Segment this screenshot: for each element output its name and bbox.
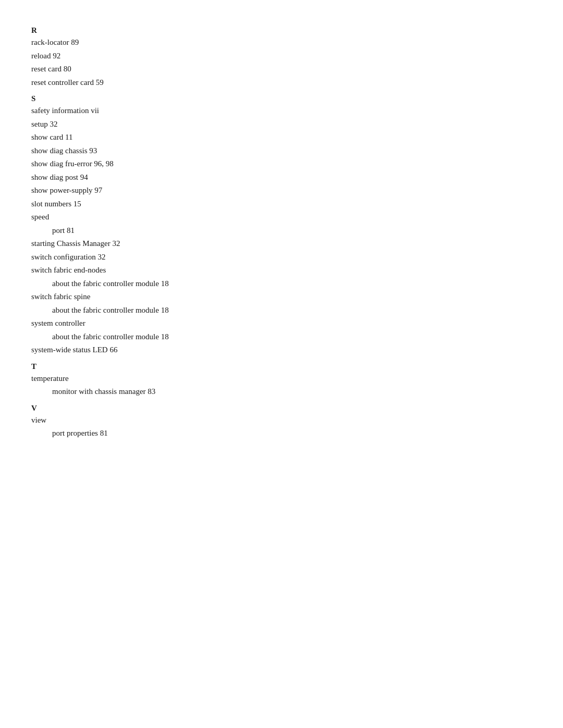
index-entry: reload 92 [31, 50, 396, 63]
index-entry: about the fabric controller module 18 [31, 330, 396, 344]
index-entry: reset controller card 59 [31, 76, 396, 90]
index-entry: monitor with chassis manager 83 [31, 385, 396, 399]
section-letter-v: V [31, 404, 396, 413]
index-entry: show diag fru-error 96, 98 [31, 157, 396, 171]
index-entry: show diag chassis 93 [31, 144, 396, 158]
index-entry: temperature [31, 372, 396, 386]
index-entry: system controller [31, 317, 396, 330]
section-letter-t: T [31, 362, 396, 371]
index-entry: starting Chassis Manager 32 [31, 237, 396, 251]
index-entry: speed [31, 211, 396, 224]
index-entry: show diag post 94 [31, 171, 396, 184]
index-entry: port 81 [31, 224, 396, 238]
index-entry: safety information vii [31, 104, 396, 118]
index-entry: rack-locator 89 [31, 36, 396, 50]
index-entry: show power-supply 97 [31, 184, 396, 198]
index-entry: switch fabric spine [31, 290, 396, 304]
index-entry: switch fabric end-nodes [31, 264, 396, 277]
index-entry: slot numbers 15 [31, 198, 396, 211]
index-entry: reset card 80 [31, 63, 396, 76]
index-entry: switch configuration 32 [31, 251, 396, 264]
index-entry: view [31, 414, 396, 427]
index-entry: setup 32 [31, 118, 396, 131]
section-letter-r: R [31, 26, 396, 35]
index-entry: system-wide status LED 66 [31, 343, 396, 357]
section-letter-s: S [31, 94, 396, 103]
index-entry: about the fabric controller module 18 [31, 304, 396, 317]
index-entry: show card 11 [31, 131, 396, 144]
index-entry: about the fabric controller module 18 [31, 277, 396, 291]
index-entry: port properties 81 [31, 427, 396, 440]
index-content: Rrack-locator 89reload 92reset card 80re… [31, 26, 396, 440]
